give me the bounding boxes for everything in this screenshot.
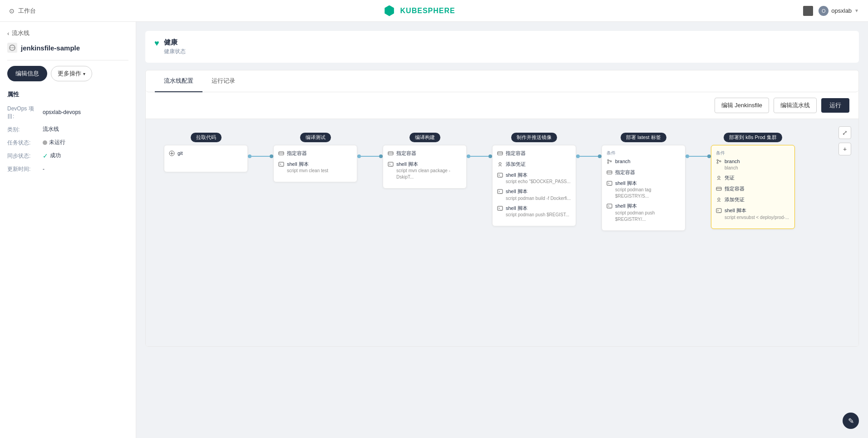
attribute-value: opsxlab-devops bbox=[43, 104, 81, 120]
attribute-row: 任务状态:未运行 bbox=[7, 138, 128, 147]
stage-card[interactable]: 指定容器>_shell 脚本script mvn clean package -… bbox=[383, 145, 467, 189]
step-text: branch bbox=[615, 158, 631, 165]
tab-item[interactable]: 运行记录 bbox=[202, 70, 244, 92]
attribute-row: DevOps 项目:opsxlab-devops bbox=[7, 104, 128, 120]
shell-icon: >_ bbox=[497, 189, 503, 196]
notifications-icon[interactable] bbox=[803, 6, 813, 16]
git-icon bbox=[169, 150, 175, 158]
step-text: shell 脚本script mvn clean test bbox=[287, 161, 328, 174]
status-dot-grey bbox=[43, 140, 47, 145]
step-text: shell 脚本script podman push $REGISTRY/... bbox=[615, 203, 681, 222]
step-text: shell 脚本script podman push $REGIST... bbox=[506, 205, 569, 218]
edit-info-button[interactable]: 编辑信息 bbox=[7, 66, 47, 81]
add-stage-icon[interactable]: + bbox=[838, 143, 851, 155]
shell-icon: >_ bbox=[607, 203, 612, 210]
health-title: 健康 bbox=[164, 38, 186, 47]
connector-dot-right bbox=[270, 154, 273, 158]
step-type: shell 脚本 bbox=[287, 161, 328, 168]
expand-icon[interactable]: ⤢ bbox=[838, 126, 851, 139]
canvas-toolbar: 编辑 Jenkinsfile 编辑流水线 运行 bbox=[146, 92, 858, 119]
health-subtitle: 健康状态 bbox=[164, 48, 186, 55]
svg-text:>_: >_ bbox=[608, 182, 612, 185]
tab-item[interactable]: 流水线配置 bbox=[155, 70, 202, 92]
canvas-controls: ⤢ + bbox=[838, 126, 851, 155]
stage-card[interactable]: 指定容器>_shell 脚本script mvn clean test bbox=[273, 145, 357, 182]
svg-point-25 bbox=[607, 162, 609, 164]
step-item: git bbox=[169, 150, 243, 158]
step-text: 添加凭证 bbox=[725, 196, 745, 203]
step-type: branch bbox=[725, 158, 740, 165]
more-actions-chevron: ▾ bbox=[83, 71, 85, 76]
step-type: 凭证 bbox=[725, 174, 735, 181]
attribute-value: - bbox=[43, 164, 44, 173]
tabs-bar: 流水线配置运行记录 bbox=[146, 70, 858, 92]
run-button[interactable]: 运行 bbox=[821, 98, 849, 113]
stage-card[interactable]: 条件branch指定容器>_shell 脚本script podman tag … bbox=[602, 145, 686, 231]
svg-point-2 bbox=[12, 47, 13, 48]
kubesphere-logo-icon bbox=[384, 5, 395, 16]
step-item: 指定容器 bbox=[716, 185, 790, 193]
attribute-value: ✓成功 bbox=[43, 151, 61, 160]
stage-label: 部署到 k8s Prod 集群 bbox=[724, 133, 782, 142]
step-item: 凭证 bbox=[716, 174, 790, 182]
workspace-label[interactable]: ⊙ 工作台 bbox=[9, 7, 36, 15]
more-actions-button[interactable]: 更多操作 ▾ bbox=[51, 66, 92, 81]
connector-dot-right bbox=[707, 154, 711, 158]
container-icon bbox=[716, 186, 722, 193]
stage-wrapper: 编译测试指定容器>_shell 脚本script mvn clean test bbox=[273, 133, 357, 182]
status-check-green: ✓ bbox=[43, 152, 48, 159]
back-to-pipelines[interactable]: ‹ 流水线 bbox=[7, 29, 128, 37]
stage-wrapper: 拉取代码git bbox=[164, 133, 248, 172]
step-detail: script podman push $REGIST... bbox=[506, 212, 569, 218]
step-text: 凭证 bbox=[725, 174, 735, 181]
health-info: 健康 健康状态 bbox=[164, 38, 186, 55]
connector-dot-left bbox=[576, 154, 580, 158]
stage-label: 编译构建 bbox=[409, 133, 440, 142]
step-detail: script envsubst < deploy/prod-... bbox=[725, 214, 789, 221]
step-item: >_shell 脚本script podman tag $REGISTRY/S.… bbox=[607, 180, 681, 199]
svg-text:>_: >_ bbox=[717, 209, 721, 213]
svg-point-26 bbox=[610, 161, 612, 162]
svg-point-37 bbox=[720, 161, 721, 162]
step-text: shell 脚本script mvn clean package -DskipT… bbox=[396, 161, 462, 180]
user-menu[interactable]: O opsxlab ▼ bbox=[819, 6, 859, 16]
shell-icon: >_ bbox=[497, 205, 503, 213]
stage-card[interactable]: git bbox=[164, 145, 248, 172]
connector-line bbox=[580, 156, 598, 157]
step-item: branchblanch bbox=[716, 158, 790, 171]
step-detail: script podman build -f Dockerfi... bbox=[506, 195, 571, 202]
step-text: 添加凭证 bbox=[506, 161, 526, 168]
step-item: >_shell 脚本script podman build -f Dockerf… bbox=[497, 188, 571, 201]
stage-wrapper: 部署 latest 标签条件branch指定容器>_shell 脚本script… bbox=[602, 133, 686, 231]
connector-dot-left bbox=[248, 154, 252, 158]
attributes-section-title: 属性 bbox=[7, 90, 128, 99]
pipeline-flow: 拉取代码git 编译测试指定容器>_shell 脚本script mvn cle… bbox=[164, 133, 840, 231]
sidebar: ‹ 流水线 jenkinsfile-sample 编辑信息 更多操作 ▾ 属性 … bbox=[0, 22, 136, 438]
svg-point-35 bbox=[717, 159, 718, 161]
content-panel: 流水线配置运行记录 编辑 Jenkinsfile 编辑流水线 运行 拉取代码gi… bbox=[145, 70, 859, 347]
connector-dot-left bbox=[686, 154, 689, 158]
step-type: 指定容器 bbox=[615, 169, 635, 176]
connector-line bbox=[470, 156, 488, 157]
step-item: >_shell 脚本script podman push $REGIST... bbox=[497, 205, 571, 218]
attribute-label: 更新时间: bbox=[7, 164, 39, 173]
top-nav: ⊙ 工作台 KUBESPHERE O opsxlab ▼ bbox=[0, 0, 868, 22]
edit-pipeline-button[interactable]: 编辑流水线 bbox=[774, 98, 817, 113]
step-text: shell 脚本script podman tag $REGISTRY/S... bbox=[615, 180, 681, 199]
stage-card[interactable]: 条件branchblanch凭证指定容器添加凭证>_shell 脚本script… bbox=[711, 145, 795, 229]
edit-jenkinsfile-button[interactable]: 编辑 Jenkinsfile bbox=[715, 98, 769, 113]
pipeline-canvas: 拉取代码git 编译测试指定容器>_shell 脚本script mvn cle… bbox=[146, 119, 858, 324]
step-type: 添加凭证 bbox=[506, 161, 526, 168]
corner-edit-button[interactable]: ✎ bbox=[843, 413, 859, 429]
stage-card[interactable]: 指定容器添加凭证>_shell 脚本script echo "$DOCKER_P… bbox=[492, 145, 576, 226]
workspace-text: 工作台 bbox=[18, 7, 36, 15]
step-detail: script podman tag $REGISTRY/S... bbox=[615, 187, 681, 199]
attribute-row: 类别:流水线 bbox=[7, 125, 128, 134]
branch-icon bbox=[607, 159, 612, 166]
shell-icon: >_ bbox=[716, 208, 722, 215]
svg-point-1 bbox=[10, 47, 11, 48]
attributes-list: DevOps 项目:opsxlab-devops类别:流水线任务状态:未运行同步… bbox=[7, 104, 128, 173]
connector-dot-right bbox=[379, 154, 383, 158]
step-text: 指定容器 bbox=[615, 169, 635, 176]
step-detail: script echo "$DOCKER_PASS... bbox=[506, 179, 571, 185]
